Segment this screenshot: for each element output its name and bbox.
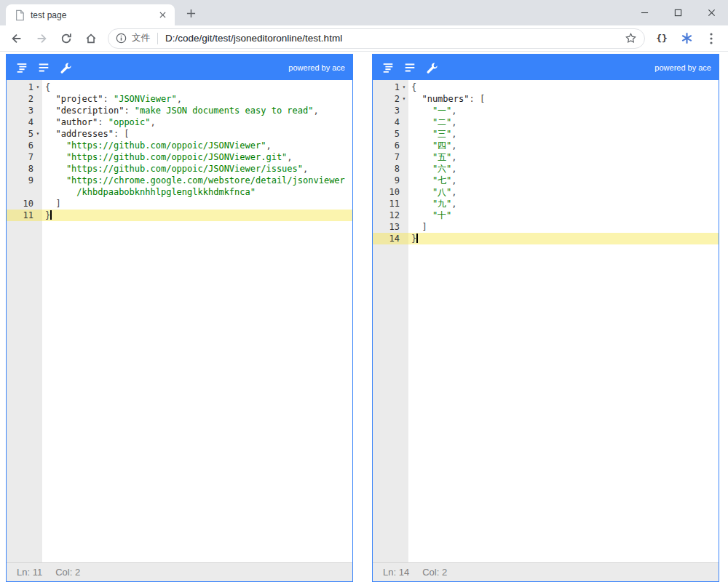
gutter-line-number: 3 — [7, 105, 42, 116]
powered-by-ace-link[interactable]: powered by ace — [288, 63, 345, 72]
fold-widget-icon[interactable]: ▾ — [400, 93, 408, 105]
gutter-line-number: 8 — [7, 163, 42, 175]
fold-widget-icon[interactable]: ▾ — [33, 81, 42, 93]
code-line[interactable]: } — [42, 210, 352, 221]
status-col: Col: 2 — [55, 567, 80, 578]
braces-extension-icon: {} — [656, 33, 668, 44]
code-area[interactable]: { "project": "JSONViewer", "description"… — [42, 80, 352, 562]
close-window-button[interactable] — [695, 0, 728, 25]
url-text[interactable]: D:/code/git/test/jsoneditoronline/test.h… — [165, 33, 625, 44]
extension-jsonviewer-button[interactable] — [675, 27, 698, 50]
format-button[interactable] — [379, 58, 397, 77]
gutter-line-number: 2▾ — [373, 93, 408, 105]
kebab-menu-icon — [710, 33, 713, 44]
gutter-line-number: 10 — [373, 186, 408, 198]
code-line[interactable]: { — [42, 81, 352, 93]
code-line[interactable]: "https://github.com/oppoic/JSONViewer/is… — [42, 163, 352, 175]
compact-icon — [37, 61, 50, 74]
code-line[interactable]: /khbdpaabobknhhlpglenglkkhdmkfnca" — [42, 186, 352, 198]
code-line[interactable]: "十" — [408, 210, 719, 221]
gutter-line-number: 11 — [7, 210, 42, 221]
gutter-line-number: 9 — [7, 175, 42, 186]
gutter-line-number: 1▾ — [7, 81, 42, 93]
gutter-line-number — [7, 186, 42, 198]
forward-button[interactable] — [30, 27, 53, 50]
compact-button[interactable] — [400, 58, 419, 77]
code-line[interactable]: "author": "oppoic", — [42, 116, 352, 128]
extension-json-formatter-button[interactable]: {} — [650, 27, 673, 50]
code-line[interactable]: "四", — [408, 140, 719, 151]
bookmark-star-button[interactable] — [625, 32, 637, 44]
gutter-line-number: 4 — [373, 116, 408, 128]
browser-menu-button[interactable] — [700, 27, 723, 50]
editor-body-right: 1▾2▾34567891011121314 { "numbers": [ "一"… — [373, 80, 719, 562]
code-line[interactable]: "五", — [408, 151, 719, 163]
code-line[interactable]: "八", — [408, 186, 719, 198]
code-line[interactable]: "https://github.com/oppoic/JSONViewer.gi… — [42, 151, 352, 163]
browser-window: test page — [0, 0, 728, 582]
code-line[interactable]: "project": "JSONViewer", — [42, 93, 352, 105]
code-line[interactable]: "六", — [408, 163, 719, 175]
code-line[interactable]: "numbers": [ — [408, 93, 719, 105]
maximize-button[interactable] — [661, 0, 695, 25]
gutter-line-number: 7 — [373, 151, 408, 163]
code-line[interactable]: "addresses": [ — [42, 128, 352, 140]
code-line[interactable]: "三", — [408, 128, 719, 140]
back-icon — [10, 32, 23, 45]
gutter-line-number: 11 — [373, 198, 408, 210]
browser-tab[interactable]: test page — [6, 4, 175, 25]
gutter-line-number: 4 — [7, 116, 42, 128]
gutter-line-number: 6 — [373, 140, 408, 151]
json-editor-right: powered by ace 1▾2▾34567891011121314 { "… — [372, 54, 719, 582]
tab-strip: test page — [0, 0, 728, 25]
gutter-line-number: 7 — [7, 151, 42, 163]
format-button[interactable] — [12, 58, 31, 77]
gutter-line-number: 5▾ — [7, 128, 42, 140]
code-line[interactable]: ] — [408, 221, 719, 233]
code-area[interactable]: { "numbers": [ "一", "二", "三", "四", "五", … — [408, 80, 719, 562]
url-scheme-label: 文件 — [132, 32, 150, 44]
code-line[interactable]: "七", — [408, 175, 719, 186]
reload-button[interactable] — [55, 27, 78, 50]
code-line[interactable]: } — [408, 233, 719, 244]
gutter-line-number: 5 — [373, 128, 408, 140]
address-bar[interactable]: 文件 D:/code/git/test/jsoneditoronline/tes… — [108, 28, 645, 49]
gutter-line-number: 6 — [7, 140, 42, 151]
json-editor-left: powered by ace 1▾2345▾67891011 { "projec… — [6, 54, 353, 582]
back-button[interactable] — [5, 27, 28, 50]
tab-close-icon[interactable] — [156, 9, 169, 22]
gutter-line-number: 8 — [373, 163, 408, 175]
text-cursor — [50, 210, 52, 220]
powered-by-ace-link[interactable]: powered by ace — [654, 63, 711, 72]
page-info-icon[interactable] — [116, 33, 127, 44]
code-line[interactable]: "一", — [408, 105, 719, 116]
compact-button[interactable] — [34, 58, 53, 77]
star-icon — [625, 32, 637, 44]
gutter-line-number: 13 — [373, 221, 408, 233]
line-number-gutter: 1▾2345▾67891011 — [7, 80, 42, 562]
code-line[interactable]: "https://github.com/oppoic/JSONViewer", — [42, 140, 352, 151]
format-icon — [15, 61, 28, 74]
fold-widget-icon[interactable]: ▾ — [33, 128, 42, 140]
status-line: Ln: 14 — [383, 567, 409, 578]
home-button[interactable] — [79, 27, 103, 50]
status-col: Col: 2 — [422, 567, 447, 578]
repair-button[interactable] — [422, 58, 441, 77]
gutter-line-number: 3 — [373, 105, 408, 116]
minimize-button[interactable] — [628, 0, 661, 25]
page-favicon-icon — [15, 9, 25, 21]
code-line[interactable]: "二", — [408, 116, 719, 128]
code-line[interactable]: "https://chrome.google.com/webstore/deta… — [42, 175, 352, 186]
browser-toolbar: 文件 D:/code/git/test/jsoneditoronline/tes… — [0, 25, 728, 52]
asterisk-extension-icon — [681, 32, 693, 44]
code-line[interactable]: "description": "make JSON documents easy… — [42, 105, 352, 116]
new-tab-button[interactable] — [181, 3, 201, 23]
code-line[interactable]: "九", — [408, 198, 719, 210]
code-line[interactable]: { — [408, 81, 719, 93]
fold-widget-icon[interactable]: ▾ — [400, 81, 408, 93]
window-controls — [628, 0, 728, 25]
code-line[interactable]: ] — [42, 198, 352, 210]
tab-title: test page — [31, 10, 156, 20]
editor-menu-right: powered by ace — [373, 55, 719, 80]
repair-button[interactable] — [56, 58, 75, 77]
